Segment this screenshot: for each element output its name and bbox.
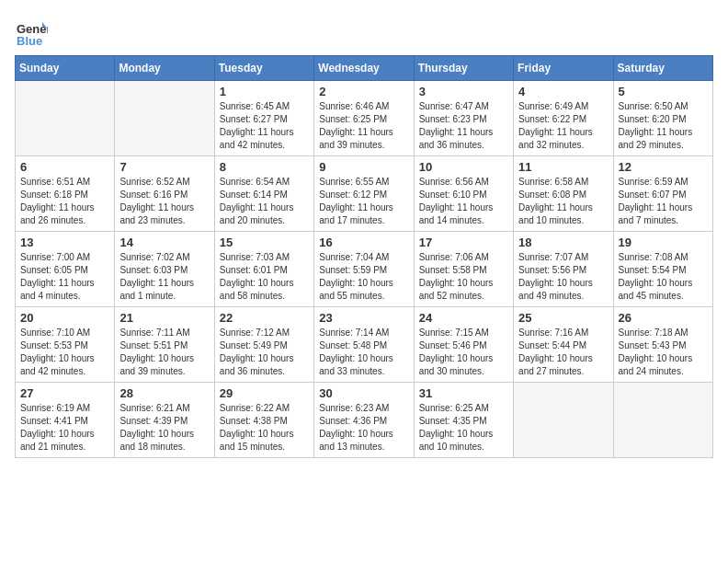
day-number: 8 bbox=[220, 160, 309, 174]
calendar-cell: 6Sunrise: 6:51 AM Sunset: 6:18 PM Daylig… bbox=[16, 156, 115, 232]
calendar-cell: 12Sunrise: 6:59 AM Sunset: 6:07 PM Dayli… bbox=[613, 156, 712, 232]
day-number: 30 bbox=[319, 386, 408, 400]
day-info: Sunrise: 6:46 AM Sunset: 6:25 PM Dayligh… bbox=[319, 100, 408, 152]
calendar-cell: 10Sunrise: 6:56 AM Sunset: 6:10 PM Dayli… bbox=[414, 156, 513, 232]
day-info: Sunrise: 6:54 AM Sunset: 6:14 PM Dayligh… bbox=[220, 176, 309, 227]
day-number: 20 bbox=[20, 311, 109, 325]
calendar-week-row: 20Sunrise: 7:10 AM Sunset: 5:53 PM Dayli… bbox=[16, 307, 713, 383]
calendar-cell: 18Sunrise: 7:07 AM Sunset: 5:56 PM Dayli… bbox=[514, 232, 613, 307]
weekday-header-sunday: Sunday bbox=[16, 56, 115, 81]
day-info: Sunrise: 6:50 AM Sunset: 6:20 PM Dayligh… bbox=[619, 100, 708, 152]
weekday-header-thursday: Thursday bbox=[414, 56, 513, 81]
calendar-cell: 2Sunrise: 6:46 AM Sunset: 6:25 PM Daylig… bbox=[314, 81, 414, 156]
calendar-cell: 7Sunrise: 6:52 AM Sunset: 6:16 PM Daylig… bbox=[115, 156, 214, 232]
day-info: Sunrise: 6:19 AM Sunset: 4:41 PM Dayligh… bbox=[20, 402, 109, 454]
calendar-header-row: SundayMondayTuesdayWednesdayThursdayFrid… bbox=[16, 56, 713, 81]
calendar-cell: 13Sunrise: 7:00 AM Sunset: 6:05 PM Dayli… bbox=[16, 232, 115, 307]
day-number: 19 bbox=[619, 236, 708, 249]
day-info: Sunrise: 6:49 AM Sunset: 6:22 PM Dayligh… bbox=[518, 100, 608, 152]
day-number: 3 bbox=[419, 85, 508, 98]
calendar-cell: 19Sunrise: 7:08 AM Sunset: 5:54 PM Dayli… bbox=[613, 232, 712, 307]
calendar-cell: 29Sunrise: 6:22 AM Sunset: 4:38 PM Dayli… bbox=[214, 383, 313, 458]
day-number: 5 bbox=[619, 85, 708, 98]
day-info: Sunrise: 7:03 AM Sunset: 6:01 PM Dayligh… bbox=[220, 251, 309, 303]
calendar-cell: 28Sunrise: 6:21 AM Sunset: 4:39 PM Dayli… bbox=[115, 383, 214, 458]
day-info: Sunrise: 7:08 AM Sunset: 5:54 PM Dayligh… bbox=[619, 251, 708, 303]
weekday-header-monday: Monday bbox=[115, 56, 214, 81]
calendar-cell: 1Sunrise: 6:45 AM Sunset: 6:27 PM Daylig… bbox=[214, 81, 313, 156]
day-info: Sunrise: 7:12 AM Sunset: 5:49 PM Dayligh… bbox=[220, 327, 309, 378]
day-info: Sunrise: 7:11 AM Sunset: 5:51 PM Dayligh… bbox=[119, 327, 209, 378]
day-info: Sunrise: 6:58 AM Sunset: 6:08 PM Dayligh… bbox=[518, 176, 608, 227]
calendar-cell: 26Sunrise: 7:18 AM Sunset: 5:43 PM Dayli… bbox=[613, 307, 712, 383]
day-number: 28 bbox=[119, 386, 209, 400]
calendar-cell: 11Sunrise: 6:58 AM Sunset: 6:08 PM Dayli… bbox=[514, 156, 613, 232]
calendar-cell bbox=[613, 383, 712, 458]
weekday-header-wednesday: Wednesday bbox=[314, 56, 414, 81]
calendar-cell: 21Sunrise: 7:11 AM Sunset: 5:51 PM Dayli… bbox=[115, 307, 214, 383]
day-info: Sunrise: 6:21 AM Sunset: 4:39 PM Dayligh… bbox=[119, 402, 209, 454]
weekday-header-tuesday: Tuesday bbox=[214, 56, 313, 81]
day-number: 26 bbox=[619, 311, 708, 325]
day-info: Sunrise: 7:07 AM Sunset: 5:56 PM Dayligh… bbox=[518, 251, 608, 303]
day-number: 4 bbox=[518, 85, 608, 98]
day-number: 12 bbox=[619, 160, 708, 174]
day-number: 17 bbox=[419, 236, 508, 249]
calendar-cell: 8Sunrise: 6:54 AM Sunset: 6:14 PM Daylig… bbox=[214, 156, 313, 232]
day-number: 16 bbox=[319, 236, 408, 249]
calendar-cell bbox=[16, 81, 115, 156]
day-number: 14 bbox=[119, 236, 209, 249]
calendar-cell: 4Sunrise: 6:49 AM Sunset: 6:22 PM Daylig… bbox=[514, 81, 613, 156]
day-info: Sunrise: 7:00 AM Sunset: 6:05 PM Dayligh… bbox=[20, 251, 109, 303]
day-info: Sunrise: 7:02 AM Sunset: 6:03 PM Dayligh… bbox=[119, 251, 209, 303]
calendar-cell: 5Sunrise: 6:50 AM Sunset: 6:20 PM Daylig… bbox=[613, 81, 712, 156]
day-number: 24 bbox=[419, 311, 508, 325]
day-number: 6 bbox=[20, 160, 109, 174]
day-info: Sunrise: 6:45 AM Sunset: 6:27 PM Dayligh… bbox=[220, 100, 309, 152]
day-number: 23 bbox=[319, 311, 408, 325]
day-info: Sunrise: 6:23 AM Sunset: 4:36 PM Dayligh… bbox=[319, 402, 408, 454]
day-number: 11 bbox=[518, 160, 608, 174]
day-info: Sunrise: 6:51 AM Sunset: 6:18 PM Dayligh… bbox=[20, 176, 109, 227]
day-number: 7 bbox=[119, 160, 209, 174]
calendar-week-row: 27Sunrise: 6:19 AM Sunset: 4:41 PM Dayli… bbox=[16, 383, 713, 458]
day-info: Sunrise: 7:06 AM Sunset: 5:58 PM Dayligh… bbox=[419, 251, 508, 303]
day-info: Sunrise: 7:18 AM Sunset: 5:43 PM Dayligh… bbox=[619, 327, 708, 378]
calendar-cell: 24Sunrise: 7:15 AM Sunset: 5:46 PM Dayli… bbox=[414, 307, 513, 383]
day-number: 1 bbox=[220, 85, 309, 98]
calendar-cell: 17Sunrise: 7:06 AM Sunset: 5:58 PM Dayli… bbox=[414, 232, 513, 307]
day-info: Sunrise: 6:22 AM Sunset: 4:38 PM Dayligh… bbox=[220, 402, 309, 454]
calendar-cell: 31Sunrise: 6:25 AM Sunset: 4:35 PM Dayli… bbox=[414, 383, 513, 458]
day-info: Sunrise: 7:15 AM Sunset: 5:46 PM Dayligh… bbox=[419, 327, 508, 378]
calendar-cell: 16Sunrise: 7:04 AM Sunset: 5:59 PM Dayli… bbox=[314, 232, 414, 307]
day-info: Sunrise: 7:10 AM Sunset: 5:53 PM Dayligh… bbox=[20, 327, 109, 378]
calendar-cell: 3Sunrise: 6:47 AM Sunset: 6:23 PM Daylig… bbox=[414, 81, 513, 156]
day-number: 31 bbox=[419, 386, 508, 400]
day-number: 29 bbox=[220, 386, 309, 400]
day-number: 15 bbox=[220, 236, 309, 249]
day-info: Sunrise: 6:56 AM Sunset: 6:10 PM Dayligh… bbox=[419, 176, 508, 227]
calendar-cell: 20Sunrise: 7:10 AM Sunset: 5:53 PM Dayli… bbox=[16, 307, 115, 383]
svg-text:Blue: Blue bbox=[17, 34, 42, 48]
calendar-cell: 25Sunrise: 7:16 AM Sunset: 5:44 PM Dayli… bbox=[514, 307, 613, 383]
logo-icon: General Blue bbox=[15, 15, 48, 48]
calendar-cell: 27Sunrise: 6:19 AM Sunset: 4:41 PM Dayli… bbox=[16, 383, 115, 458]
day-number: 22 bbox=[220, 311, 309, 325]
page-header: General Blue bbox=[15, 15, 713, 48]
day-number: 2 bbox=[319, 85, 408, 98]
day-info: Sunrise: 7:14 AM Sunset: 5:48 PM Dayligh… bbox=[319, 327, 408, 378]
weekday-header-saturday: Saturday bbox=[613, 56, 712, 81]
day-info: Sunrise: 7:16 AM Sunset: 5:44 PM Dayligh… bbox=[518, 327, 608, 378]
day-info: Sunrise: 6:25 AM Sunset: 4:35 PM Dayligh… bbox=[419, 402, 508, 454]
logo: General Blue bbox=[15, 15, 51, 48]
calendar-table: SundayMondayTuesdayWednesdayThursdayFrid… bbox=[15, 55, 713, 458]
day-number: 18 bbox=[518, 236, 608, 249]
calendar-cell: 9Sunrise: 6:55 AM Sunset: 6:12 PM Daylig… bbox=[314, 156, 414, 232]
day-number: 13 bbox=[20, 236, 109, 249]
calendar-cell: 23Sunrise: 7:14 AM Sunset: 5:48 PM Dayli… bbox=[314, 307, 414, 383]
calendar-cell: 14Sunrise: 7:02 AM Sunset: 6:03 PM Dayli… bbox=[115, 232, 214, 307]
day-number: 27 bbox=[20, 386, 109, 400]
calendar-week-row: 6Sunrise: 6:51 AM Sunset: 6:18 PM Daylig… bbox=[16, 156, 713, 232]
day-number: 21 bbox=[119, 311, 209, 325]
calendar-cell bbox=[514, 383, 613, 458]
